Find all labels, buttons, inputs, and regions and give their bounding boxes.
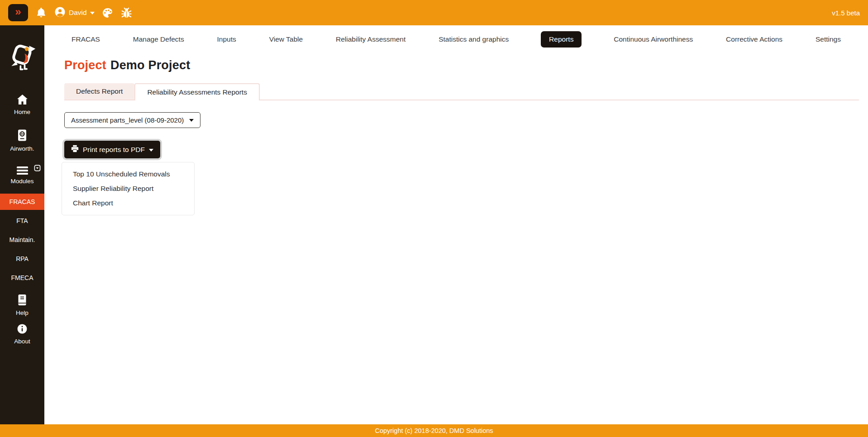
sidebar-toggle-button[interactable]: » [8, 4, 28, 21]
user-menu[interactable]: David [54, 6, 95, 19]
sidebar-item-fracas[interactable]: FRACAS [0, 194, 44, 210]
assessment-select[interactable]: Assessment parts_level (08-09-2020) [64, 112, 200, 128]
menu-item-chart-report[interactable]: Chart Report [62, 196, 194, 210]
print-reports-label: Print reports to PDF [83, 146, 145, 154]
nav-item-view-table[interactable]: View Table [268, 31, 304, 48]
sidebar-item-airworthiness[interactable]: Airworth. [0, 126, 44, 155]
tab-reliability-assessments-reports[interactable]: Reliability Assessments Reports [134, 83, 260, 100]
copyright-text: Copyright (c) 2018-2020, DMD Solutions [375, 427, 493, 434]
home-icon [16, 94, 29, 106]
hamburger-menu-icon [0, 166, 44, 176]
sidebar-item-rpa[interactable]: RPA [0, 251, 44, 267]
sidebar-item-home[interactable]: Home [0, 91, 44, 118]
sidebar-item-label: Home [14, 109, 30, 115]
nav-item-reports[interactable]: Reports [541, 31, 582, 48]
notifications-bell-icon[interactable] [35, 7, 47, 19]
nav-item-inputs[interactable]: Inputs [216, 31, 237, 48]
print-reports-button[interactable]: Print reports to PDF [64, 141, 160, 158]
nav-item-statistics-and-graphics[interactable]: Statistics and graphics [438, 31, 510, 48]
nav-item-manage-defects[interactable]: Manage Defects [132, 31, 185, 48]
sidebar-item-modules[interactable]: Modules [0, 163, 44, 187]
menu-item-top10-unscheduled-removals[interactable]: Top 10 Unscheduled Removals [62, 167, 194, 181]
sidebar-item-label: Maintain. [10, 236, 35, 243]
print-dropdown-group: Print reports to PDF Top 10 Unscheduled … [64, 141, 160, 158]
main-content: FRACAS Manage Defects Inputs View Table … [44, 25, 868, 424]
sidebar-item-label: Modules [10, 178, 33, 185]
project-name: Demo Project [110, 58, 190, 72]
topbar: » David [0, 0, 868, 25]
collapse-caret-icon[interactable] [34, 165, 41, 173]
nav-item-settings[interactable]: Settings [815, 31, 842, 48]
version-badge: v1.5 beta [832, 9, 860, 17]
sidebar-item-label: FMECA [11, 274, 33, 281]
page-title-prefix: Project [64, 58, 106, 72]
assessment-select-value: Assessment parts_level (08-09-2020) [71, 116, 184, 124]
sidebar-item-fmeca[interactable]: FMECA [0, 270, 44, 286]
info-icon [17, 323, 28, 336]
report-tabs: Defects Report Reliability Assessments R… [64, 83, 859, 100]
print-dropdown-menu: Top 10 Unscheduled Removals Supplier Rel… [62, 162, 195, 215]
user-avatar-icon [54, 6, 66, 19]
sidebar-item-label: About [14, 338, 30, 345]
page-body: ProjectDemo Project Defects Report Relia… [44, 52, 868, 158]
bug-report-icon[interactable] [120, 7, 133, 19]
sidebar-item-label: RPA [16, 255, 29, 262]
page-title: ProjectDemo Project [64, 58, 190, 72]
passport-icon [17, 129, 28, 143]
sidebar-item-help[interactable]: Help [0, 291, 44, 319]
app-window: » David [0, 0, 868, 437]
sidebar: Home Airworth. [0, 25, 44, 424]
tab-defects-report[interactable]: Defects Report [64, 83, 134, 100]
chevron-down-icon [149, 149, 153, 152]
printer-icon [71, 145, 79, 154]
nav-item-corrective-actions[interactable]: Corrective Actions [725, 31, 783, 48]
sidebar-item-label: Help [16, 309, 29, 316]
sidebar-item-label: FTA [16, 217, 28, 224]
sidebar-item-label: Airworth. [10, 145, 34, 152]
nav-item-continuous-airworthiness[interactable]: Continuous Airworthiness [613, 31, 694, 48]
nav-item-fracas[interactable]: FRACAS [71, 31, 101, 48]
sidebar-item-fta[interactable]: FTA [0, 213, 44, 229]
chevron-down-icon [189, 119, 194, 122]
sidebar-item-label: FRACAS [10, 198, 35, 205]
footer: Copyright (c) 2018-2020, DMD Solutions [0, 424, 868, 437]
user-name: David [69, 9, 87, 17]
sidebar-item-about[interactable]: About [0, 321, 44, 347]
chevron-down-icon [90, 12, 95, 14]
menu-item-supplier-reliability-report[interactable]: Supplier Reliability Report [62, 181, 194, 196]
double-chevron-right-icon: » [15, 6, 21, 17]
nav-item-reliability-assessment[interactable]: Reliability Assessment [335, 31, 406, 48]
help-book-icon [17, 294, 28, 307]
sidebar-item-maintain[interactable]: Maintain. [0, 232, 44, 248]
theme-palette-icon[interactable] [102, 7, 113, 19]
robin-bird-logo[interactable] [8, 42, 37, 71]
module-nav: FRACAS Manage Defects Inputs View Table … [44, 25, 868, 52]
